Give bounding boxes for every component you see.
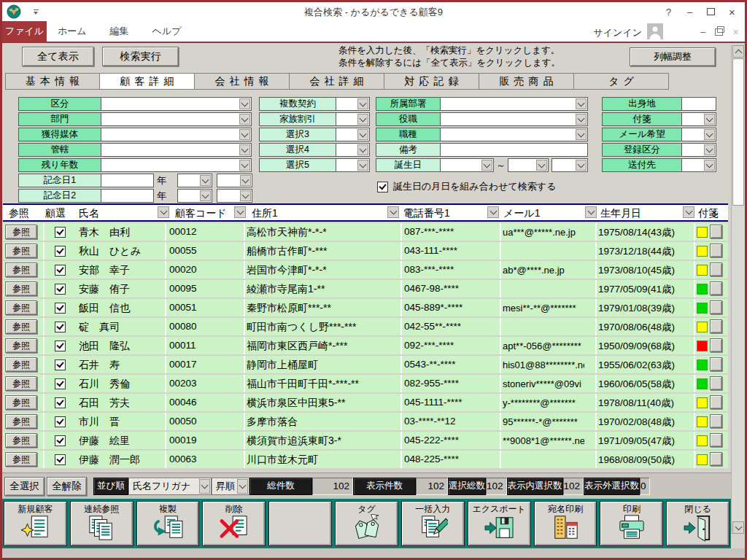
dropdown-arrow-icon[interactable] <box>576 129 587 140</box>
fusen-button[interactable] <box>710 452 722 466</box>
column-width-adjust-button[interactable]: 列幅調整 <box>630 47 716 66</box>
dropdown-arrow-icon[interactable] <box>200 190 211 201</box>
address-print-button[interactable]: 宛名印刷 <box>534 501 597 546</box>
row-reference-button[interactable]: 参照 <box>5 319 37 334</box>
row-select-checkbox[interactable] <box>55 454 66 465</box>
dropdown-arrow-icon[interactable] <box>239 129 250 140</box>
filter-combobox[interactable] <box>336 97 370 111</box>
dropdown-arrow-icon[interactable] <box>240 175 251 186</box>
menu-edit[interactable]: 編集 <box>110 25 129 38</box>
dropdown-arrow-icon[interactable] <box>239 144 250 155</box>
column-filter-arrow-icon[interactable] <box>234 206 246 218</box>
dropdown-arrow-icon[interactable] <box>704 129 715 140</box>
new-customer-button[interactable]: 新規顧客 <box>4 501 67 546</box>
row-select-checkbox[interactable] <box>55 265 66 276</box>
checkbox-checked-icon[interactable] <box>377 182 388 192</box>
sort-direction-combobox[interactable]: 昇順 <box>212 478 249 495</box>
fusen-button[interactable] <box>710 433 722 447</box>
menu-file[interactable]: ファイル <box>2 21 47 42</box>
filter-combobox[interactable] <box>441 143 588 157</box>
child-close-button[interactable]: × <box>732 26 739 38</box>
filter-combobox[interactable] <box>336 128 370 141</box>
birthday-to-month-combobox[interactable] <box>508 158 549 172</box>
dropdown-arrow-icon[interactable] <box>239 160 250 171</box>
dropdown-arrow-icon[interactable] <box>239 98 250 109</box>
export-button[interactable]: エクスポート <box>468 501 531 546</box>
filter-combobox[interactable] <box>101 158 252 172</box>
dropdown-arrow-icon[interactable] <box>357 160 368 171</box>
batch-input-button[interactable]: 一括入力 <box>401 501 465 546</box>
anniversary-day-combobox[interactable] <box>217 189 252 203</box>
dropdown-arrow-icon[interactable] <box>576 98 587 109</box>
row-reference-button[interactable]: 参照 <box>5 376 37 391</box>
filter-combobox[interactable] <box>441 112 588 126</box>
row-select-checkbox[interactable] <box>55 435 66 446</box>
filter-combobox[interactable] <box>441 97 588 111</box>
vertical-scrollbar[interactable] <box>731 45 745 534</box>
dropdown-arrow-icon[interactable] <box>576 114 587 125</box>
fusen-button[interactable] <box>710 262 722 276</box>
column-filter-arrow-icon[interactable] <box>158 206 169 218</box>
anniversary-month-combobox[interactable] <box>177 174 212 187</box>
tag-button[interactable]: タグ <box>335 501 398 546</box>
dropdown-arrow-icon[interactable] <box>357 114 368 125</box>
row-select-checkbox[interactable] <box>55 322 66 332</box>
anniversary-day-combobox[interactable] <box>217 174 252 187</box>
tab-correspondence-log[interactable]: 対応記録 <box>384 73 479 90</box>
row-select-checkbox[interactable] <box>55 246 66 257</box>
row-reference-button[interactable]: 参照 <box>5 452 37 467</box>
serial-reference-button[interactable]: 連続参照 <box>70 501 133 546</box>
filter-combobox[interactable] <box>682 128 716 141</box>
filter-combobox[interactable] <box>336 143 370 157</box>
dropdown-arrow-icon[interactable] <box>237 479 248 494</box>
dropdown-arrow-icon[interactable] <box>357 129 368 140</box>
row-reference-button[interactable]: 参照 <box>5 300 37 315</box>
dropdown-arrow-icon[interactable] <box>200 175 211 186</box>
column-filter-arrow-icon[interactable] <box>487 206 499 218</box>
birthday-to-day-combobox[interactable] <box>551 158 588 172</box>
anniversary-month-combobox[interactable] <box>177 189 212 203</box>
filter-combobox[interactable] <box>336 112 370 126</box>
row-reference-button[interactable]: 参照 <box>5 433 37 448</box>
minimize-button[interactable]: – <box>679 2 700 21</box>
dropdown-arrow-icon[interactable] <box>240 190 251 201</box>
child-minimize-button[interactable]: – <box>700 26 705 37</box>
row-select-checkbox[interactable] <box>55 416 66 427</box>
column-filter-arrow-icon[interactable] <box>387 206 399 218</box>
row-reference-button[interactable]: 参照 <box>5 414 37 429</box>
filter-combobox[interactable] <box>682 143 716 157</box>
fusen-button[interactable] <box>710 225 722 238</box>
birthday-from-month-combobox[interactable] <box>441 158 494 172</box>
filter-combobox[interactable] <box>682 97 716 111</box>
filter-combobox[interactable] <box>441 128 588 141</box>
column-filter-arrow-icon[interactable] <box>683 206 694 218</box>
fusen-button[interactable] <box>710 244 722 257</box>
dropdown-arrow-icon[interactable] <box>704 114 715 125</box>
filter-combobox[interactable] <box>682 112 716 126</box>
print-button[interactable]: 印刷 <box>600 501 663 546</box>
scrollbar-thumb[interactable] <box>732 58 744 206</box>
dropdown-arrow-icon[interactable] <box>357 98 368 109</box>
scroll-up-button[interactable] <box>732 45 744 58</box>
fusen-button[interactable] <box>710 357 722 371</box>
filter-combobox[interactable] <box>101 143 252 157</box>
fusen-button[interactable] <box>710 338 722 352</box>
child-restore-button[interactable] <box>715 28 723 36</box>
fusen-button[interactable] <box>710 376 722 390</box>
row-select-checkbox[interactable] <box>55 397 66 408</box>
dropdown-arrow-icon[interactable] <box>481 160 492 171</box>
deselect-all-button[interactable]: 全解除 <box>47 477 87 496</box>
row-reference-button[interactable]: 参照 <box>5 395 37 410</box>
menu-help[interactable]: ヘルプ <box>152 25 182 38</box>
close-window-button[interactable]: × <box>721 2 743 21</box>
sign-in[interactable]: サインイン <box>593 23 663 42</box>
row-reference-button[interactable]: 参照 <box>5 244 37 258</box>
scroll-down-button[interactable] <box>732 521 744 534</box>
close-button[interactable]: 閉じる <box>666 501 729 546</box>
tab-customer-detail[interactable]: 顧客詳細 <box>100 73 195 90</box>
row-reference-button[interactable]: 参照 <box>5 281 37 296</box>
dropdown-arrow-icon[interactable] <box>199 479 210 494</box>
anniversary-year-input[interactable] <box>101 174 154 187</box>
select-all-button[interactable]: 全選択 <box>4 477 44 496</box>
row-select-checkbox[interactable] <box>55 359 66 370</box>
